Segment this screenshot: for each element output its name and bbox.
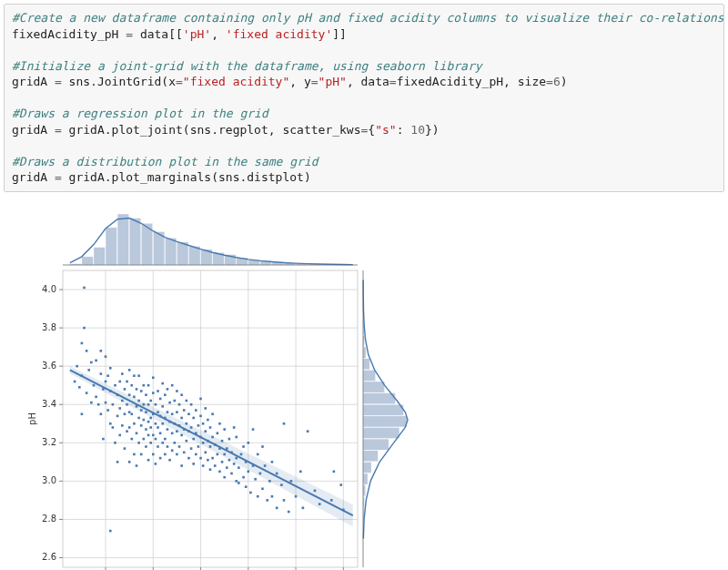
scatter-point [86, 392, 88, 394]
scatter-point [209, 468, 212, 471]
scatter-point [339, 483, 342, 486]
scatter-point [157, 390, 159, 392]
scatter-point [226, 466, 228, 469]
scatter-point [218, 422, 221, 425]
scatter-point [147, 434, 150, 437]
scatter-point [211, 436, 214, 439]
scatter-point [202, 442, 205, 444]
scatter-point [187, 412, 190, 415]
scatter-point [136, 432, 138, 434]
scatter-point [100, 350, 103, 352]
scatter-point [137, 442, 140, 444]
scatter-point [171, 384, 174, 387]
scatter-point [128, 393, 131, 396]
jointplot-svg: 68101214162.62.83.03.23.43.63.84.0fixed … [22, 209, 413, 570]
scatter-point [235, 457, 238, 460]
scatter-point [143, 419, 146, 422]
scatter-point [221, 461, 224, 463]
scatter-point [252, 428, 255, 431]
scatter-point [137, 417, 140, 420]
scatter-point [233, 463, 236, 465]
y-tick-label: 3.4 [42, 399, 56, 409]
code-token: ) [561, 75, 568, 88]
code-token: gridA.plot_marginals(sns.distplot) [62, 170, 311, 184]
scatter-point [176, 430, 178, 433]
code-token: data[[ [133, 27, 183, 41]
code-token: 'fixed acidity' [226, 27, 332, 41]
scatter-point [168, 459, 171, 462]
code-token: "fixed acidity" [183, 75, 289, 88]
scatter-point [164, 453, 167, 456]
scatter-point [140, 453, 143, 456]
scatter-point [90, 361, 93, 364]
scatter-point [109, 367, 112, 370]
scatter-point [114, 442, 116, 444]
top-hist-bar [165, 238, 177, 265]
scatter-point [192, 438, 195, 441]
scatter-point [74, 381, 76, 383]
scatter-point [238, 482, 240, 484]
scatter-point [167, 388, 169, 391]
code-token: = [311, 75, 318, 88]
scatter-point [209, 426, 212, 429]
top-hist-bar [129, 219, 141, 265]
scatter-point [167, 411, 169, 413]
scatter-point [333, 471, 336, 473]
scatter-point [171, 412, 174, 415]
scatter-point [128, 426, 131, 429]
scatter-point [299, 471, 302, 473]
scatter-point [257, 495, 259, 498]
right-hist-bar [363, 451, 378, 462]
code-token: = [546, 75, 553, 88]
scatter-point [248, 442, 250, 444]
scatter-point [192, 417, 195, 420]
scatter-point [307, 430, 309, 433]
y-tick-label: 2.6 [42, 552, 56, 562]
scatter-point [180, 393, 183, 396]
scatter-point [242, 445, 245, 448]
scatter-point [280, 483, 283, 486]
right-hist-bar [363, 485, 366, 496]
scatter-point [240, 453, 243, 456]
scatter-point [137, 400, 140, 402]
scatter-point [195, 409, 197, 412]
top-hist-bar [106, 228, 117, 265]
scatter-point [238, 466, 240, 469]
code-token: = [389, 75, 397, 88]
scatter-point [276, 507, 278, 510]
scatter-point [143, 438, 146, 441]
scatter-point [178, 403, 181, 406]
scatter-point [276, 473, 278, 475]
scatter-point [218, 471, 221, 473]
scatter-point [100, 372, 103, 375]
scatter-point [197, 424, 200, 427]
scatter-point [140, 390, 143, 392]
scatter-point [136, 464, 138, 467]
scatter-point [136, 388, 138, 391]
code-comment: #Create a new dataframe containing only … [12, 11, 724, 25]
scatter-point [145, 428, 147, 431]
scatter-point [283, 499, 286, 502]
scatter-point [245, 485, 248, 488]
scatter-point [186, 422, 188, 425]
scatter-point [105, 355, 107, 358]
scatter-point [95, 360, 97, 362]
scatter-point [149, 426, 152, 429]
scatter-point [199, 457, 202, 460]
scatter-point [130, 438, 133, 441]
code-token: sns.JointGrid(x [62, 75, 176, 88]
code-token: gridA [12, 170, 55, 184]
scatter-point [268, 480, 271, 483]
scatter-point [161, 405, 164, 408]
scatter-point [199, 398, 202, 401]
right-hist-bar [363, 462, 371, 473]
scatter-point [116, 461, 119, 463]
scatter-point [157, 426, 159, 429]
right-hist-bar [363, 427, 399, 438]
scatter-point [161, 422, 164, 425]
code-token: : [397, 123, 411, 137]
scatter-point [207, 459, 209, 462]
scatter-point [145, 411, 147, 413]
scatter-point [124, 447, 126, 450]
top-hist-bar [117, 214, 129, 265]
